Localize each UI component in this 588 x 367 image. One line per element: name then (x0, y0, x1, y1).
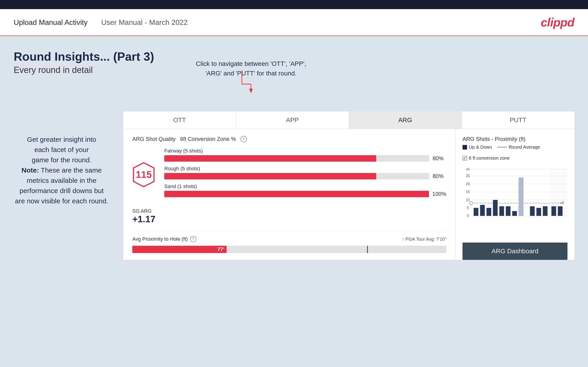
pga-avg-label: ↑ PGA Tour Avg: 7'10" (402, 237, 446, 242)
proximity-bar-track: 77' (132, 246, 446, 253)
bar-label-fairway: Fairway (5 shots) (164, 148, 446, 154)
card-body: ARG Shot Quality 6ft Conversion Zone % ? (123, 129, 574, 260)
proximity-label: Avg Proximity to Hole (ft) (132, 236, 188, 242)
svg-text:0: 0 (467, 214, 469, 218)
bars-section: Fairway (5 shots) 80% (164, 148, 446, 201)
insight-text: Get greater insight into each facet of y… (14, 134, 110, 206)
svg-rect-32 (543, 206, 548, 216)
proximity-bar-label: 77' (217, 246, 224, 252)
bar-row-rough: Rough (5 shots) 80% (164, 166, 446, 179)
proximity-help-icon[interactable]: ? (190, 236, 197, 242)
left-panel: Get greater insight into each facet of y… (14, 89, 110, 206)
chart-svg: 0 5 10 15 20 25 30 (463, 168, 567, 218)
svg-text:20: 20 (466, 182, 470, 186)
sg-arg-value: +1.17 (132, 214, 446, 224)
tab-bar: OTT APP ARG PUTT (123, 111, 574, 129)
bar-pct-sand: 100% (432, 191, 446, 197)
legend-label-conversion: 6 ft conversion zone (469, 155, 510, 161)
chart-legend: Up & Down Round Average ✓ 6 ft conversio… (463, 144, 567, 161)
legend-checkbox-conversion: ✓ (463, 156, 467, 160)
svg-text:30: 30 (466, 168, 470, 171)
svg-point-37 (470, 201, 473, 205)
bar-with-pct-rough: 80% (164, 173, 446, 179)
svg-marker-3 (249, 89, 253, 93)
chart-area: 0 5 10 15 20 25 30 (463, 168, 567, 242)
bar-track-rough (164, 173, 429, 179)
bar-fill-sand (164, 191, 429, 197)
insight-line3: game for the round. (32, 156, 92, 164)
hex-value: 115 (136, 169, 152, 180)
proximity-title: Avg Proximity to Hole (ft) ? (132, 236, 197, 242)
legend-up-down: Up & Down (463, 144, 492, 150)
sg-arg-label: SG ARG (132, 208, 446, 214)
svg-text:25: 25 (466, 174, 470, 178)
arrow-svg (237, 70, 256, 93)
tab-app[interactable]: APP (236, 111, 349, 129)
proximity-cursor (367, 246, 368, 253)
conversion-zone-help-icon[interactable]: ? (241, 136, 247, 142)
legend-dashed-round-avg (498, 147, 507, 148)
clippd-logo: clippd (541, 16, 574, 29)
chart-header: ARG Shots - Proximity (ft) Up & Down Rou… (463, 136, 567, 165)
legend-conversion-zone: ✓ 6 ft conversion zone (463, 155, 510, 161)
tab-putt[interactable]: PUTT (462, 111, 575, 129)
proximity-header: Avg Proximity to Hole (ft) ? ↑ PGA Tour … (132, 236, 446, 242)
insight-line1: Get greater insight into (27, 136, 96, 143)
chart-title: ARG Shots - Proximity (ft) (463, 136, 526, 142)
svg-rect-31 (536, 208, 541, 216)
bar-label-rough: Rough (5 shots) (164, 166, 446, 172)
legend-round-avg: Round Average (498, 144, 540, 150)
bar-row-fairway: Fairway (5 shots) 80% (164, 148, 446, 162)
svg-rect-27 (506, 206, 511, 216)
hexagon: 115 (132, 162, 155, 188)
content-layout: Get greater insight into each facet of y… (14, 89, 574, 260)
header-left: Upload Manual Activity User Manual - Mar… (14, 18, 188, 27)
bar-pct-rough: 80% (432, 173, 446, 179)
svg-rect-36 (558, 206, 563, 216)
main-content: Round Insights... (Part 3) Every round i… (0, 36, 588, 367)
legend-label-round-avg: Round Average (509, 144, 540, 150)
tab-arg[interactable]: ARG (349, 111, 462, 129)
conversion-zone-title: 6ft Conversion Zone % (180, 136, 236, 142)
upload-manual-label: Upload Manual Activity (14, 18, 88, 27)
svg-rect-28 (512, 211, 517, 216)
svg-rect-26 (499, 206, 504, 216)
svg-rect-22 (474, 208, 478, 216)
top-bar (0, 0, 588, 9)
hex-bars-container: 115 Fairway (5 shots) (132, 148, 446, 201)
svg-rect-24 (486, 208, 491, 216)
dashboard-card: OTT APP ARG PUTT (123, 111, 574, 260)
svg-rect-30 (530, 206, 535, 216)
bar-row-sand: Sand (1 shots) 100% (164, 184, 446, 197)
proximity-bar-fill: 77' (132, 246, 227, 253)
bar-label-sand: Sand (1 shots) (164, 184, 446, 189)
bar-track-fairway (164, 155, 429, 162)
user-manual-label: User Manual - March 2022 (101, 18, 188, 27)
sg-arg-section: SG ARG +1.17 (132, 208, 446, 224)
svg-text:15: 15 (466, 190, 470, 194)
insight-line2: each facet of your (35, 146, 89, 153)
svg-rect-25 (493, 200, 498, 216)
legend-label-up-down: Up & Down (469, 144, 492, 150)
arg-shot-quality-header: ARG Shot Quality 6ft Conversion Zone % ? (132, 136, 446, 142)
header: Upload Manual Activity User Manual - Mar… (0, 9, 588, 36)
bar-fill-rough (164, 173, 376, 179)
svg-text:5: 5 (467, 206, 469, 210)
card-right: ARG Shots - Proximity (ft) Up & Down Rou… (456, 129, 574, 260)
bar-pct-fairway: 80% (432, 155, 446, 162)
svg-rect-23 (480, 205, 485, 216)
card-left: ARG Shot Quality 6ft Conversion Zone % ? (123, 129, 456, 260)
arg-shot-quality-title: ARG Shot Quality (132, 136, 175, 142)
svg-rect-29 (519, 178, 523, 216)
arrow-container (237, 70, 256, 94)
note-label: Note: (21, 167, 39, 174)
legend-square-up-down (463, 145, 467, 150)
arg-dashboard-button[interactable]: ARG Dashboard (463, 242, 567, 260)
bar-track-sand (164, 191, 429, 197)
bar-with-pct-fairway: 80% (164, 155, 446, 162)
bar-with-pct-sand: 100% (164, 191, 446, 197)
svg-rect-35 (552, 206, 556, 216)
tab-ott[interactable]: OTT (123, 111, 236, 129)
svg-text:10: 10 (466, 198, 470, 202)
proximity-section: Avg Proximity to Hole (ft) ? ↑ PGA Tour … (132, 231, 446, 253)
